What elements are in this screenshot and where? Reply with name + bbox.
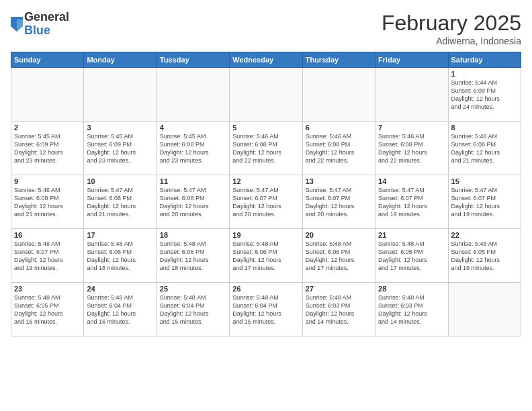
day-number: 21 [378, 231, 445, 239]
calendar-week-0: 1Sunrise: 5:44 AM Sunset: 6:09 PM Daylig… [11, 68, 521, 122]
calendar-cell: 17Sunrise: 5:48 AM Sunset: 6:06 PM Dayli… [84, 229, 157, 283]
day-info: Sunrise: 5:48 AM Sunset: 6:06 PM Dayligh… [160, 240, 226, 273]
logo: General Blue [11, 11, 69, 38]
day-number: 8 [451, 124, 518, 132]
calendar-cell [11, 68, 84, 122]
calendar-cell: 5Sunrise: 5:46 AM Sunset: 6:08 PM Daylig… [230, 122, 302, 175]
header-thursday: Thursday [302, 52, 375, 68]
page: General Blue February 2025 Adiwerna, Ind… [0, 0, 532, 411]
day-number: 9 [14, 177, 81, 185]
calendar-cell: 10Sunrise: 5:47 AM Sunset: 6:08 PM Dayli… [84, 175, 157, 229]
day-number: 6 [306, 124, 372, 132]
calendar-cell: 16Sunrise: 5:48 AM Sunset: 6:07 PM Dayli… [11, 229, 84, 283]
calendar-cell [448, 283, 521, 336]
day-number: 17 [87, 231, 153, 239]
day-number: 23 [14, 285, 81, 293]
calendar-cell: 28Sunrise: 5:48 AM Sunset: 6:03 PM Dayli… [375, 283, 448, 336]
day-info: Sunrise: 5:46 AM Sunset: 6:08 PM Dayligh… [451, 132, 518, 165]
day-info: Sunrise: 5:45 AM Sunset: 6:09 PM Dayligh… [87, 132, 153, 165]
day-number: 15 [451, 177, 518, 185]
calendar-cell: 6Sunrise: 5:46 AM Sunset: 6:08 PM Daylig… [302, 122, 375, 175]
logo-icon [11, 17, 23, 32]
day-info: Sunrise: 5:47 AM Sunset: 6:08 PM Dayligh… [160, 186, 226, 219]
calendar-cell: 26Sunrise: 5:48 AM Sunset: 6:04 PM Dayli… [230, 283, 302, 336]
calendar-cell: 1Sunrise: 5:44 AM Sunset: 6:09 PM Daylig… [448, 68, 521, 122]
calendar-cell: 14Sunrise: 5:47 AM Sunset: 6:07 PM Dayli… [375, 175, 448, 229]
day-number: 24 [87, 285, 153, 293]
day-info: Sunrise: 5:48 AM Sunset: 6:04 PM Dayligh… [160, 293, 226, 326]
day-number: 28 [378, 285, 445, 293]
day-info: Sunrise: 5:47 AM Sunset: 6:08 PM Dayligh… [87, 186, 153, 219]
day-number: 25 [160, 285, 226, 293]
calendar-cell [302, 68, 375, 122]
day-info: Sunrise: 5:46 AM Sunset: 6:08 PM Dayligh… [14, 186, 81, 219]
calendar-cell: 21Sunrise: 5:48 AM Sunset: 6:05 PM Dayli… [375, 229, 448, 283]
calendar-cell: 8Sunrise: 5:46 AM Sunset: 6:08 PM Daylig… [448, 122, 521, 175]
calendar-cell: 19Sunrise: 5:48 AM Sunset: 6:06 PM Dayli… [230, 229, 302, 283]
calendar-cell [84, 68, 157, 122]
day-info: Sunrise: 5:48 AM Sunset: 6:07 PM Dayligh… [14, 240, 81, 273]
calendar-week-4: 23Sunrise: 5:48 AM Sunset: 6:05 PM Dayli… [11, 283, 521, 336]
day-number: 22 [451, 231, 518, 239]
calendar-cell: 20Sunrise: 5:48 AM Sunset: 6:06 PM Dayli… [302, 229, 375, 283]
calendar-cell: 4Sunrise: 5:45 AM Sunset: 6:08 PM Daylig… [157, 122, 229, 175]
logo-general: General [24, 11, 69, 24]
calendar-cell: 27Sunrise: 5:48 AM Sunset: 6:03 PM Dayli… [302, 283, 375, 336]
calendar-cell: 23Sunrise: 5:48 AM Sunset: 6:05 PM Dayli… [11, 283, 84, 336]
day-number: 13 [306, 177, 372, 185]
calendar-cell: 15Sunrise: 5:47 AM Sunset: 6:07 PM Dayli… [448, 175, 521, 229]
day-number: 4 [160, 124, 226, 132]
header-friday: Friday [375, 52, 448, 68]
logo-blue: Blue [24, 24, 69, 38]
logo-text: General Blue [24, 11, 69, 38]
location-subtitle: Adiwerna, Indonesia [382, 36, 521, 46]
calendar-cell: 13Sunrise: 5:47 AM Sunset: 6:07 PM Dayli… [302, 175, 375, 229]
day-info: Sunrise: 5:46 AM Sunset: 6:08 PM Dayligh… [378, 132, 445, 165]
header-monday: Monday [84, 52, 157, 68]
day-info: Sunrise: 5:46 AM Sunset: 6:08 PM Dayligh… [306, 132, 372, 165]
header-sunday: Sunday [11, 52, 84, 68]
calendar-cell [157, 68, 229, 122]
calendar-week-3: 16Sunrise: 5:48 AM Sunset: 6:07 PM Dayli… [11, 229, 521, 283]
calendar-cell: 25Sunrise: 5:48 AM Sunset: 6:04 PM Dayli… [157, 283, 229, 336]
day-info: Sunrise: 5:45 AM Sunset: 6:08 PM Dayligh… [160, 132, 226, 165]
calendar-cell: 22Sunrise: 5:48 AM Sunset: 6:05 PM Dayli… [448, 229, 521, 283]
calendar-week-2: 9Sunrise: 5:46 AM Sunset: 6:08 PM Daylig… [11, 175, 521, 229]
day-number: 20 [306, 231, 372, 239]
calendar-cell: 11Sunrise: 5:47 AM Sunset: 6:08 PM Dayli… [157, 175, 229, 229]
header-saturday: Saturday [448, 52, 521, 68]
day-info: Sunrise: 5:48 AM Sunset: 6:05 PM Dayligh… [378, 240, 445, 273]
day-info: Sunrise: 5:48 AM Sunset: 6:04 PM Dayligh… [87, 293, 153, 326]
calendar-cell: 24Sunrise: 5:48 AM Sunset: 6:04 PM Dayli… [84, 283, 157, 336]
header-wednesday: Wednesday [230, 52, 302, 68]
day-info: Sunrise: 5:45 AM Sunset: 6:09 PM Dayligh… [14, 132, 81, 165]
calendar-cell: 2Sunrise: 5:45 AM Sunset: 6:09 PM Daylig… [11, 122, 84, 175]
day-number: 1 [451, 70, 518, 78]
calendar-cell: 3Sunrise: 5:45 AM Sunset: 6:09 PM Daylig… [84, 122, 157, 175]
day-info: Sunrise: 5:47 AM Sunset: 6:07 PM Dayligh… [378, 186, 445, 219]
day-info: Sunrise: 5:47 AM Sunset: 6:07 PM Dayligh… [451, 186, 518, 219]
day-number: 16 [14, 231, 81, 239]
day-number: 19 [232, 231, 299, 239]
day-number: 7 [378, 124, 445, 132]
day-number: 5 [232, 124, 299, 132]
day-number: 26 [232, 285, 299, 293]
calendar-cell: 18Sunrise: 5:48 AM Sunset: 6:06 PM Dayli… [157, 229, 229, 283]
day-info: Sunrise: 5:48 AM Sunset: 6:06 PM Dayligh… [306, 240, 372, 273]
day-info: Sunrise: 5:48 AM Sunset: 6:04 PM Dayligh… [232, 293, 299, 326]
svg-marker-1 [17, 19, 23, 32]
day-info: Sunrise: 5:48 AM Sunset: 6:05 PM Dayligh… [451, 240, 518, 273]
day-number: 3 [87, 124, 153, 132]
title-block: February 2025 Adiwerna, Indonesia [382, 11, 521, 46]
day-number: 14 [378, 177, 445, 185]
day-info: Sunrise: 5:46 AM Sunset: 6:08 PM Dayligh… [232, 132, 299, 165]
calendar-week-1: 2Sunrise: 5:45 AM Sunset: 6:09 PM Daylig… [11, 122, 521, 175]
calendar-cell [230, 68, 302, 122]
calendar-table: Sunday Monday Tuesday Wednesday Thursday… [11, 52, 521, 336]
day-info: Sunrise: 5:48 AM Sunset: 6:05 PM Dayligh… [14, 293, 81, 326]
calendar-cell: 12Sunrise: 5:47 AM Sunset: 6:07 PM Dayli… [230, 175, 302, 229]
day-number: 27 [306, 285, 372, 293]
day-number: 10 [87, 177, 153, 185]
day-number: 2 [14, 124, 81, 132]
day-number: 12 [232, 177, 299, 185]
